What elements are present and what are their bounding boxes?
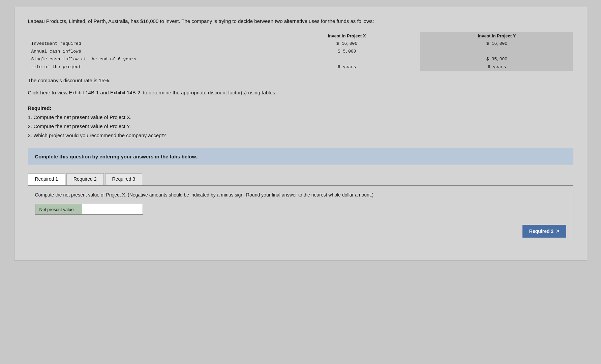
table-header-col1 — [28, 32, 273, 40]
complete-instructions-box: Complete this question by entering your … — [28, 148, 573, 165]
discount-rate-text: The company's discount rate is 15%. — [28, 78, 573, 83]
bottom-area: Required 2 > — [35, 221, 566, 238]
exhibit-middle: and — [99, 90, 110, 95]
exhibit-link-text: Click here to view Exhibit 14B-1 and Exh… — [28, 89, 573, 97]
net-present-value-input[interactable] — [82, 204, 143, 215]
tabs-container: Required 1 Required 2 Required 3 — [28, 173, 573, 186]
net-present-value-row: Net present value — [35, 204, 566, 215]
table-cell-label: Single cash inflow at the end of 6 years — [28, 55, 273, 63]
main-container: Labeau Products, Limited, of Perth, Aust… — [14, 7, 587, 261]
table-header-project-x: Invest in Project X — [273, 32, 421, 40]
exhibit-suffix: , to determine the appropriate discount … — [140, 90, 276, 95]
table-cell-label: Life of the project — [28, 63, 273, 71]
table-row: Life of the project6 years6 years — [28, 63, 573, 71]
table-cell-label: Annual cash inflows — [28, 48, 273, 55]
next-required-2-button[interactable]: Required 2 > — [522, 225, 566, 238]
exhibit-2-link[interactable]: Exhibit 14B-2 — [110, 90, 140, 95]
table-cell-project-x — [273, 55, 421, 63]
intro-paragraph: Labeau Products, Limited, of Perth, Aust… — [28, 18, 374, 24]
table-cell-project-y: 6 years — [420, 63, 573, 71]
table-row: Single cash inflow at the end of 6 years… — [28, 55, 573, 63]
required-item: 1. Compute the net present value of Proj… — [28, 113, 573, 122]
intro-text: Labeau Products, Limited, of Perth, Aust… — [28, 17, 573, 25]
next-button-arrow: > — [556, 228, 559, 234]
table-cell-project-y — [420, 48, 573, 55]
table-header-project-y: Invest in Project Y — [420, 32, 573, 40]
required-item: 3. Which project would you recommend the… — [28, 131, 573, 140]
required-section: Required: 1. Compute the net present val… — [28, 103, 573, 140]
complete-box-text: Complete this question by entering your … — [35, 154, 197, 159]
exhibit-1-link[interactable]: Exhibit 14B-1 — [69, 90, 99, 95]
tab-content-required-1: Compute the net present value of Project… — [28, 186, 573, 243]
data-table: Invest in Project X Invest in Project Y … — [28, 32, 573, 71]
table-cell-project-x: $ 16,000 — [273, 40, 421, 48]
tab-required-1[interactable]: Required 1 — [28, 173, 65, 185]
required-item: 2. Compute the net present value of Proj… — [28, 122, 573, 131]
net-present-value-label: Net present value — [35, 204, 82, 215]
table-cell-project-y: $ 16,000 — [420, 40, 573, 48]
table-cell-project-x: $ 5,000 — [273, 48, 421, 55]
table-cell-label: Investment required — [28, 40, 273, 48]
table-cell-project-y: $ 35,000 — [420, 55, 573, 63]
next-button-label: Required 2 — [529, 229, 553, 234]
table-cell-project-x: 6 years — [273, 63, 421, 71]
tab-description: Compute the net present value of Project… — [35, 191, 566, 199]
tab-required-2[interactable]: Required 2 — [66, 173, 104, 185]
table-row: Investment required$ 16,000$ 16,000 — [28, 40, 573, 48]
table-row: Annual cash inflows$ 5,000 — [28, 48, 573, 55]
tab-required-3[interactable]: Required 3 — [105, 173, 143, 185]
required-label: Required: — [28, 105, 52, 111]
exhibit-prefix: Click here to view — [28, 90, 69, 95]
